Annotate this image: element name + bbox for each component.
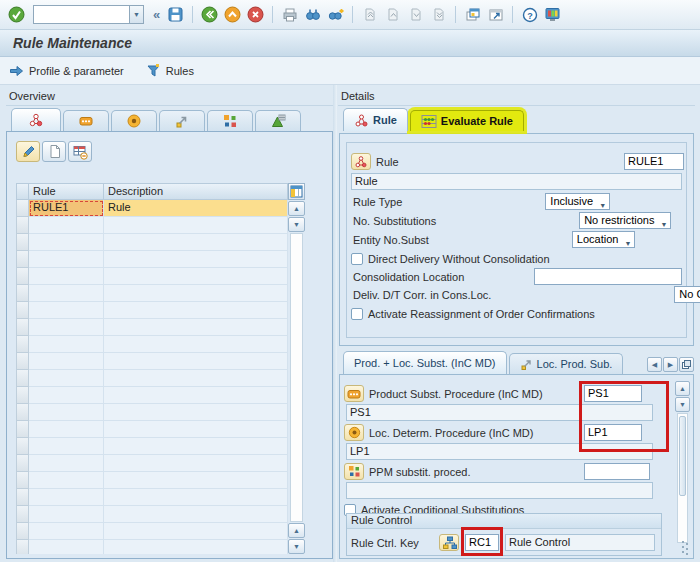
last-page-icon[interactable] [428,4,449,25]
entity-no-subst-select[interactable]: Location▼ [572,231,636,248]
entity-no-subst-row: Entity No.Subst Location▼ [351,231,682,248]
tab-rule-details[interactable]: Rule [343,108,408,131]
rule-molecule-icon [28,112,44,128]
direct-delivery-checkbox[interactable] [351,253,363,265]
rule-ctrl-key-field[interactable]: RC1 [465,534,499,551]
table-row[interactable] [16,353,305,370]
table-row[interactable] [16,268,305,285]
scrollbar-trough[interactable] [290,233,303,522]
tab-overview-icon[interactable] [679,357,694,372]
table-row[interactable] [16,251,305,268]
resize-grip[interactable] [682,541,691,555]
table-row[interactable] [16,302,305,319]
subtab-prod-loc-subst[interactable]: Prod. + Loc. Subst. (InC MD) [343,351,507,374]
table-row[interactable] [16,234,305,251]
save-icon[interactable] [165,4,186,25]
reassignment-checkbox[interactable] [351,308,363,320]
loc-proc-field[interactable]: LP1 [584,424,642,441]
tab-rule[interactable] [11,108,61,131]
subtab-loc-prod-sub[interactable]: Loc. Prod. Sub. [509,353,624,374]
ppm-proc-field[interactable] [584,463,650,480]
back-icon[interactable] [199,4,220,25]
cell-description[interactable]: Rule [104,200,288,217]
next-page-icon[interactable] [405,4,426,25]
scroll-tabs-right-icon[interactable]: ▶ [663,357,678,372]
table-row[interactable] [16,523,305,540]
table-row[interactable] [16,421,305,438]
pencil-icon [21,144,36,159]
product-proc-field[interactable]: PS1 [584,385,642,402]
delete-row-button[interactable] [68,141,92,162]
create-button[interactable] [42,141,66,162]
chevron-down-icon[interactable]: ▼ [129,5,144,24]
chevron-down-icon: ▼ [624,236,631,251]
row-selector[interactable] [16,200,29,217]
column-header-description[interactable]: Description [104,183,288,200]
previous-page-icon[interactable] [382,4,403,25]
table-row[interactable] [16,370,305,387]
rule-id-field[interactable]: RULE1 [624,153,684,170]
product-proc-button[interactable] [344,385,364,402]
ppm-proc-button[interactable] [344,463,364,480]
table-config-button[interactable] [288,183,305,200]
column-header-rule[interactable]: Rule [29,183,104,200]
print-icon[interactable] [279,4,300,25]
collapse-toolbar-icon[interactable]: « [150,7,163,22]
table-row[interactable] [16,506,305,523]
tab-substitution[interactable] [159,110,205,131]
table-row[interactable] [16,217,305,234]
scroll-down-button[interactable]: ▼ [288,539,305,554]
table-row[interactable] [16,319,305,336]
table-row[interactable] [16,285,305,302]
help-icon[interactable]: ? [519,4,540,25]
triangle-grid-icon [270,113,286,129]
table-scrollbar: ▲ ▼ ▲ ▼ [288,183,305,554]
table-row[interactable] [16,489,305,506]
scrollbar-thumb[interactable] [679,416,686,496]
tab-procedure[interactable] [63,110,109,131]
panel-splitter[interactable] [333,85,337,562]
table-row[interactable] [16,472,305,489]
table-row[interactable] [16,455,305,472]
exit-icon[interactable] [222,4,243,25]
tab-location-determination[interactable] [111,110,157,131]
consolidation-location-field[interactable] [534,268,682,285]
table-row[interactable] [16,540,305,554]
table-row[interactable] [16,387,305,404]
first-page-icon[interactable] [359,4,380,25]
find-icon[interactable] [302,4,323,25]
table-row[interactable] [16,336,305,353]
scroll-up-button[interactable]: ▲ [288,523,305,538]
scroll-up-button[interactable]: ▲ [675,381,690,396]
deliv-corr-select[interactable]: No Correlation▼ [674,286,700,303]
scroll-tabs-left-icon[interactable]: ◀ [647,357,662,372]
tab-ppm[interactable] [207,110,253,131]
new-session-icon[interactable] [462,4,483,25]
no-substitutions-select[interactable]: No restrictions▼ [579,212,671,229]
rule-field-button[interactable] [351,153,371,170]
scroll-up-button[interactable]: ▲ [288,201,305,216]
enter-icon[interactable] [6,4,27,25]
table-row[interactable] [16,404,305,421]
cell-rule[interactable]: RULE1 [29,200,104,217]
find-next-icon[interactable] [325,4,346,25]
select-all-cell[interactable] [16,183,29,200]
loc-proc-button[interactable] [344,424,364,441]
rule-ctrl-key-row: Rule Ctrl. Key RC1 Rule Control [349,534,659,551]
command-input[interactable] [33,5,129,24]
rule-ctrl-key-button[interactable] [439,534,459,551]
rule-type-select[interactable]: Inclusive▼ [545,193,610,210]
scroll-down-button[interactable]: ▼ [288,217,305,232]
tab-evaluate-rule[interactable]: Evaluate Rule [410,110,524,131]
cancel-icon[interactable] [245,4,266,25]
table-row[interactable]: RULE1 Rule [16,200,305,217]
scroll-down-button[interactable]: ▼ [675,397,690,412]
table-row[interactable] [16,438,305,455]
profile-parameter-button[interactable]: Profile & parameter [9,64,124,78]
generate-shortcut-icon[interactable] [485,4,506,25]
edit-button[interactable] [16,141,40,162]
scrollbar-trough[interactable] [677,413,688,543]
tab-evaluation[interactable] [255,110,301,131]
rules-button[interactable]: Rules [146,63,194,78]
customize-layout-icon[interactable] [542,4,563,25]
